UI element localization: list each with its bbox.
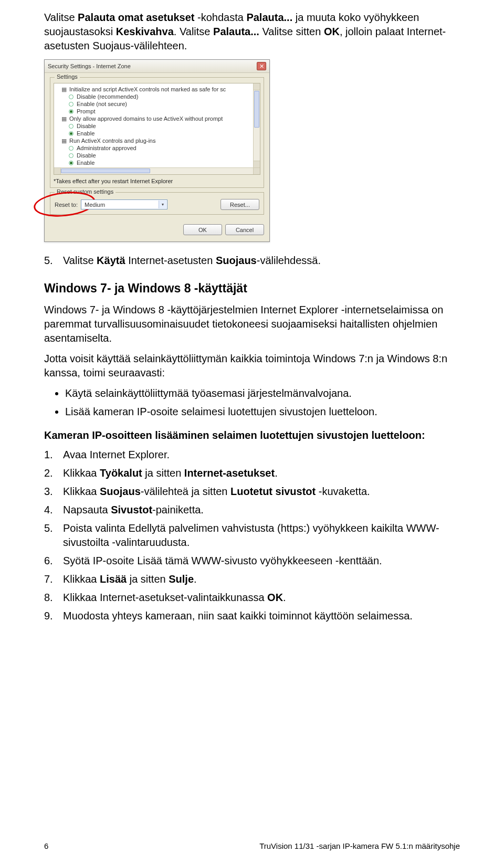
scroll-left-icon[interactable] [54,168,61,174]
text: ja sitten [127,573,169,585]
dialog-title: Security Settings - Internet Zone [48,63,131,69]
node-icon: ▦ [60,138,67,144]
step-text: Avaa Internet Explorer. [63,448,460,462]
settings-fieldset: Settings ▦Initialize and script ActiveX … [50,77,264,188]
scrollbar-vertical[interactable] [253,83,260,167]
radio-icon [69,124,74,129]
ok-button[interactable]: OK [183,224,222,235]
sub-heading: Kameran IP-osoitteen lisääminen selaimen… [44,428,460,443]
tree-option[interactable]: Disable (recommended) [57,93,257,100]
step-text: Syötä IP-osoite Lisää tämä WWW-sivusto v… [63,554,460,568]
text: -välilehdessä. [257,255,321,266]
tree-option[interactable]: Prompt [57,108,257,115]
radio-icon [69,153,74,158]
text-bold: OK [324,26,340,37]
text: ja sitten [142,467,184,479]
text-bold: Palauta omat asetukset [78,12,194,23]
text-bold: Internet-asetukset [184,467,275,479]
option-label: Prompt [77,108,95,114]
step-text: Valitse Käytä Internet-asetusten Suojaus… [63,254,460,268]
step-4: 4.Napsauta Sivustot-painiketta. [44,503,460,517]
radio-icon [69,146,74,151]
reset-button[interactable]: Reset... [220,199,259,210]
option-label: Enable (not secure) [77,101,127,107]
step-3: 3.Klikkaa Suojaus-välilehteä ja sitten L… [44,485,460,499]
settings-tree[interactable]: ▦Initialize and script ActiveX controls … [54,83,260,175]
step-number: 4. [44,503,58,517]
text-bold: Työkalut [100,467,142,479]
step-number: 1. [44,448,58,462]
tree-label: Run ActiveX controls and plug-ins [69,138,155,144]
tree-option[interactable]: Disable [57,122,257,130]
text-bold: Sivustot [111,504,152,515]
tree-option[interactable]: Enable [57,159,257,166]
step-text: Napsauta Sivustot-painiketta. [63,503,460,517]
scroll-right-icon[interactable] [253,168,260,174]
step-6: 6.Syötä IP-osoite Lisää tämä WWW-sivusto… [44,554,460,568]
combo-value: Medium [85,202,105,208]
text-bold: Palauta... [213,26,259,37]
text: Valitse [44,12,78,23]
radio-icon [69,131,74,136]
reset-level-select[interactable]: Medium ▾ [81,199,167,209]
radio-icon [69,109,74,114]
scroll-thumb[interactable] [61,169,150,173]
page-number: 6 [44,841,48,850]
tree-option[interactable]: Administrator approved [57,144,257,152]
step-text: Klikkaa Työkalut ja sitten Internet-aset… [63,466,460,480]
restart-note: *Takes effect after you restart Internet… [54,178,260,184]
option-label: Enable [77,160,94,166]
page-footer: 6 TruVision 11/31 -sarjan IP-kamera FW 5… [44,841,460,850]
tree-node: ▦Initialize and script ActiveX controls … [57,86,257,93]
scrollbar-horizontal[interactable] [54,167,260,174]
reset-to-label: Reset to: [55,202,78,208]
text: Klikkaa [63,573,100,585]
option-label: Administrator approved [77,145,136,151]
security-settings-dialog: Security Settings - Internet Zone ✕ Sett… [44,59,270,242]
step-number: 6. [44,554,58,568]
tree-inner: ▦Initialize and script ActiveX controls … [54,83,260,175]
tree-node: ▦Only allow approved domains to use Acti… [57,115,257,122]
option-label: Disable [77,152,96,159]
text-bold: Luotetut sivustot [230,486,316,497]
footer-doc-title: TruVision 11/31 -sarjan IP-kamera FW 5.1… [259,841,460,850]
step-1: 1.Avaa Internet Explorer. [44,448,460,462]
step-number: 5. [44,521,58,550]
text: Napsauta [63,504,111,515]
option-label: Enable [77,130,94,136]
text: Klikkaa Internet-asetukset-valintaikkuna… [63,592,267,603]
text: Valitse sitten [259,26,324,37]
text: . [275,467,278,479]
scroll-thumb[interactable] [254,91,259,128]
tree-option[interactable]: Disable [57,152,257,159]
dialog-body: Settings ▦Initialize and script ActiveX … [45,73,269,241]
option-label: Disable [77,123,96,129]
step-5b: 5.Poista valinta Edellytä palvelimen vah… [44,521,460,550]
section-title: Windows 7- ja Windows 8 -käyttäjät [44,281,460,296]
text-bold: Keskivahva [116,26,174,37]
intro-paragraph: Valitse Palauta omat asetukset -kohdasta… [44,10,460,53]
cancel-button[interactable]: Cancel [225,224,264,235]
document-page: Valitse Palauta omat asetukset -kohdasta… [0,0,504,863]
chevron-down-icon[interactable]: ▾ [159,201,166,208]
fieldset-legend: Reset custom settings [55,188,116,195]
paragraph: Jotta voisit käyttää selainkäyttöliittym… [44,352,460,380]
scroll-up-icon[interactable] [254,83,260,90]
text-bold: Suojaus [100,486,141,497]
tree-label: Script ActiveX controls marked safe for … [69,174,194,175]
tree-option[interactable]: Enable [57,130,257,137]
scroll-down-icon[interactable] [254,161,260,167]
close-icon[interactable]: ✕ [257,62,266,70]
option-label: Disable (recommended) [77,93,138,100]
node-icon: ▦ [60,115,67,122]
paragraph: Windows 7- ja Windows 8 -käyttöjärjestel… [44,303,460,345]
text-bold: Suojaus [216,255,257,266]
text-bold: Käytä [97,255,125,266]
text: . [283,592,286,603]
list-item: Lisää kameran IP-osoite selaimesi luotet… [65,405,460,419]
tree-option[interactable]: Enable (not secure) [57,100,257,108]
step-number: 7. [44,572,58,586]
reset-fieldset: Reset custom settings Reset to: Medium ▾… [50,192,264,215]
dialog-titlebar: Security Settings - Internet Zone ✕ [45,60,269,73]
radio-icon [69,102,74,107]
